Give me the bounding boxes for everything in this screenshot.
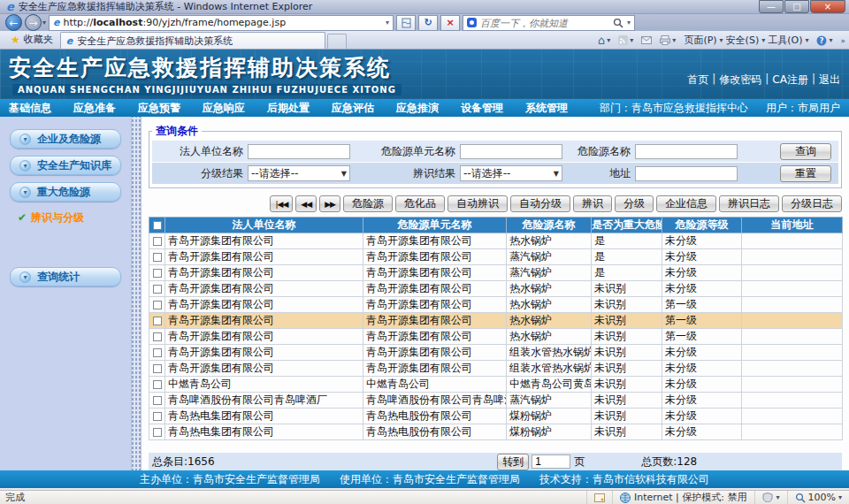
sidebar-group-1[interactable]: ▾企业及危险源 [10, 129, 121, 149]
menu-item-9[interactable]: 系统管理 [525, 101, 568, 116]
toolbar-button-8[interactable]: 辨识日志 [719, 195, 779, 212]
close-button[interactable]: × [810, 0, 845, 13]
table-row[interactable]: 青岛开源集团有限公司青岛开源集团有限公司蒸汽锅炉是未分级 [149, 265, 843, 281]
command-menu-1[interactable]: 页面(P)▾ [684, 34, 723, 47]
row-checkbox[interactable] [153, 301, 162, 309]
menu-item-1[interactable]: 基础信息 [9, 101, 51, 116]
sidebar-group-2[interactable]: ▾安全生产知识库 [10, 156, 121, 175]
row-checkbox[interactable] [153, 332, 162, 341]
menu-item-7[interactable]: 应急推演 [396, 101, 439, 116]
home-button[interactable]: ⌂▾ [598, 34, 610, 47]
menu-item-4[interactable]: 应急响应 [203, 101, 245, 116]
row-checkbox[interactable] [153, 428, 162, 437]
table-row[interactable]: 青岛热电集团有限公司青岛热电股份有限公司煤粉锅炉未识别未分级 [149, 424, 843, 440]
stop-button[interactable]: × [440, 15, 460, 31]
address-field[interactable]: e http://localhost:90/yjzh/frame/homepag… [49, 15, 394, 31]
toolbar-button-9[interactable]: 分级日志 [782, 195, 842, 212]
table-row[interactable]: 中燃青岛公司中燃青岛公司中燃青岛公司黄岛油库锅炉未识别未分级 [149, 377, 843, 393]
cell: 青岛开源集团有限公司 [363, 329, 507, 345]
row-checkbox[interactable] [153, 412, 162, 421]
toolbar-button-7[interactable]: 企业信息 [656, 195, 716, 212]
pager-button-3[interactable]: ▶▶ [319, 195, 340, 212]
search-dropdown-icon[interactable]: ▾ [627, 19, 631, 27]
toolbar-button-2[interactable]: 危化品 [395, 195, 445, 212]
tab-active[interactable]: e 安全生产应急救援指挥辅助决策系统 [60, 32, 325, 49]
table-row[interactable]: 青岛开源集团有限公司青岛开源集团有限公司热水锅炉未识别未分级 [149, 281, 843, 297]
command-menu-2[interactable]: 安全(S)▾ [726, 34, 766, 47]
new-tab-button[interactable] [327, 34, 347, 49]
menu-item-8[interactable]: 设备管理 [461, 101, 503, 116]
row-checkbox[interactable] [153, 285, 162, 294]
chevron-more-icon[interactable]: » [840, 36, 845, 45]
header-link-3[interactable]: CA注册 [772, 73, 808, 88]
table-row[interactable]: 青岛开源集团有限公司青岛开源集团有限公司热水锅炉未识别第一级 [149, 297, 843, 313]
pager-button-1[interactable]: |◀◀ [270, 195, 293, 212]
table-row[interactable]: 青岛开源集团有限公司青岛开源集团有限公司蒸汽锅炉是未分级 [149, 249, 843, 265]
hazard-unit-name-input[interactable] [460, 144, 562, 159]
sidebar-item-active[interactable]: ✔辨识与分级 [0, 209, 131, 226]
refresh-button[interactable]: ↻ [418, 15, 438, 31]
minimize-button[interactable]: — [759, 0, 784, 13]
back-button[interactable]: ← [5, 14, 22, 31]
table-row[interactable]: 青岛开源集团有限公司青岛开源集团有限公司热水锅炉未识别第一级 [149, 313, 843, 329]
maximize-button[interactable]: □ [784, 0, 809, 13]
table-row[interactable]: 青岛开源集团有限公司青岛开源集团有限公司热水锅炉是未分级 [149, 233, 843, 249]
search-icon[interactable] [613, 18, 623, 28]
table-row[interactable]: 青岛开源集团有限公司青岛开源集团有限公司热水锅炉未识别第一级 [149, 329, 843, 345]
header-link-4[interactable]: 退出 [819, 73, 840, 88]
reset-button[interactable]: 重置 [780, 165, 831, 182]
grading-result-select[interactable]: --请选择--▼ [248, 165, 350, 181]
table-row[interactable]: 青岛啤酒股份有限公司青岛啤酒厂青岛啤酒股份有限公司青岛啤酒厂蒸汽锅炉未识别未分级 [149, 393, 843, 409]
read-mail-button[interactable] [641, 36, 652, 44]
print-button[interactable]: ▾ [660, 35, 676, 45]
row-checkbox[interactable] [153, 317, 162, 325]
legal-unit-name-input[interactable] [248, 144, 350, 159]
search-button[interactable]: 查询 [780, 143, 831, 160]
table-row[interactable]: 青岛开源集团有限公司青岛开源集团有限公司组装水管热水锅炉未识别未分级 [149, 345, 843, 361]
hazard-name-input[interactable] [635, 144, 738, 159]
goto-page-button[interactable]: 转到 [497, 454, 529, 470]
zoom-control[interactable]: 100% ▾ [787, 491, 849, 504]
favorites-button[interactable]: ★ 收藏夹 [4, 31, 60, 49]
toolbar-button-4[interactable]: 自动分级 [510, 195, 570, 212]
session-info: 部门：青岛市应急救援指挥中心 用户：市局用户 [600, 101, 840, 116]
sidebar-group-6[interactable]: ▾查询统计 [10, 267, 121, 286]
select-all-checkbox[interactable] [153, 221, 162, 230]
cell: 青岛啤酒股份有限公司青岛啤酒厂 [363, 393, 507, 409]
address-dropdown-icon[interactable]: ▾ [386, 19, 389, 27]
feeds-button[interactable]: ▾ [618, 35, 633, 45]
row-checkbox[interactable] [153, 364, 162, 373]
command-menu-3[interactable]: 工具(O)▾ [768, 34, 808, 47]
goto-page-input[interactable] [532, 454, 570, 469]
status-protected-segment[interactable]: ▾ [754, 491, 787, 504]
toolbar-button-1[interactable]: 危险源 [343, 195, 393, 212]
search-input[interactable] [480, 18, 609, 28]
recent-pages-dropdown[interactable]: ▾ [42, 19, 46, 27]
row-checkbox[interactable] [153, 269, 162, 278]
sidebar-group-3[interactable]: ▾重大危险源 [10, 182, 121, 202]
menu-item-2[interactable]: 应急准备 [73, 101, 116, 116]
address-input[interactable] [635, 166, 738, 181]
table-row[interactable]: 青岛开源集团有限公司青岛开源集团有限公司组装水管热水锅炉未识别未分级 [149, 361, 843, 377]
header-link-1[interactable]: 首页 [687, 73, 708, 88]
menu-item-6[interactable]: 应急评估 [332, 101, 374, 116]
forward-button[interactable]: → [25, 14, 42, 31]
help-button[interactable]: ?▾ [816, 35, 832, 46]
sidebar-splitter[interactable] [131, 117, 142, 470]
menu-item-5[interactable]: 后期处置 [267, 101, 310, 116]
row-checkbox[interactable] [153, 380, 162, 389]
toolbar-button-3[interactable]: 自动辨识 [447, 195, 508, 212]
row-checkbox[interactable] [153, 348, 162, 357]
row-checkbox[interactable] [153, 396, 162, 405]
row-checkbox[interactable] [153, 237, 162, 246]
toolbar-button-6[interactable]: 分级 [615, 195, 654, 212]
cell [742, 361, 843, 377]
table-row[interactable]: 青岛热电集团有限公司青岛热电股份有限公司煤粉锅炉未识别未分级 [149, 409, 843, 424]
header-link-2[interactable]: 修改密码 [719, 73, 761, 88]
identify-result-select[interactable]: --请选择--▼ [460, 165, 562, 181]
compatibility-view-button[interactable] [396, 15, 416, 31]
menu-item-3[interactable]: 应急预警 [138, 101, 180, 116]
row-checkbox[interactable] [153, 253, 162, 262]
pager-button-2[interactable]: ◀◀ [295, 195, 317, 212]
toolbar-button-5[interactable]: 辨识 [573, 195, 612, 212]
